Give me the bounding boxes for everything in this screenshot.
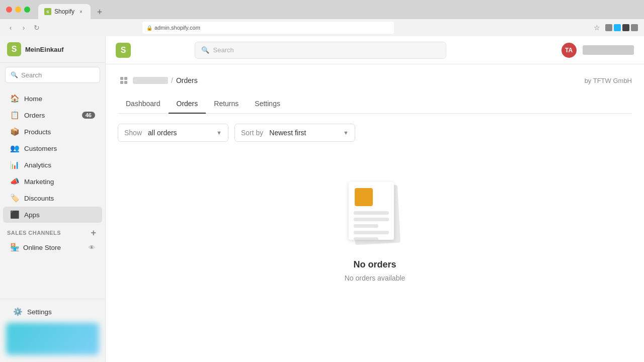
tab-favicon: S <box>44 8 51 15</box>
svg-rect-1 <box>124 77 127 80</box>
sidebar-item-apps[interactable]: ⬛ Apps <box>3 207 102 223</box>
top-search-placeholder: Search <box>213 46 234 54</box>
tab-orders[interactable]: Orders <box>169 95 206 114</box>
breadcrumb-store-blurred <box>133 77 168 84</box>
marketing-icon: 📣 <box>10 177 19 186</box>
sidebar-item-discounts[interactable]: 🏷️ Discounts <box>3 190 102 206</box>
page-tabs: Dashboard Orders Returns Settings <box>118 95 632 114</box>
orders-badge: 46 <box>82 112 95 119</box>
sidebar-search-container: 🔍 Search <box>0 63 105 87</box>
doc-line-2 <box>354 218 389 221</box>
apps-icon: ⬛ <box>10 210 19 219</box>
sidebar-item-marketing[interactable]: 📣 Marketing <box>3 173 102 190</box>
traffic-lights <box>6 7 30 13</box>
tab-close-button[interactable]: × <box>77 8 85 15</box>
sidebar-item-orders[interactable]: 📋 Orders 46 <box>3 107 102 123</box>
products-icon: 📦 <box>10 127 19 136</box>
svg-rect-2 <box>120 81 123 84</box>
customers-icon: 👥 <box>10 144 19 153</box>
top-right-area: TA Username Area <box>561 43 634 58</box>
new-tab-button[interactable]: + <box>93 5 107 19</box>
tab-title: Shopify <box>54 8 74 15</box>
user-avatar[interactable]: TA <box>561 43 577 58</box>
sidebar-item-customers[interactable]: 👥 Customers <box>3 140 102 156</box>
sidebar-item-label-orders: Orders <box>24 112 77 119</box>
browser-chrome: S Shopify × + ‹ › ↻ 🔒 admin.shopify.com … <box>0 0 644 36</box>
sidebar-header: S MeinEinkauf <box>0 36 105 63</box>
close-window-button[interactable] <box>6 7 12 13</box>
app-layout: S MeinEinkauf 🔍 Search 🏠 Home 📋 Orders 4… <box>0 36 644 362</box>
sales-channels-label: SALES CHANNELS <box>7 230 61 236</box>
sidebar-item-settings[interactable]: ⚙️ Settings <box>6 304 99 320</box>
tab-returns[interactable]: Returns <box>206 95 247 114</box>
visibility-icon[interactable]: 👁 <box>89 244 95 251</box>
top-bar: S 🔍 Search TA Username Area <box>106 36 644 64</box>
breadcrumb-by-text: by TFTW GmbH <box>585 77 632 84</box>
doc-line-5 <box>354 237 378 240</box>
bookmark-icon[interactable]: ☆ <box>592 23 601 32</box>
online-store-label: Online Store <box>23 244 85 251</box>
sidebar-item-label-discounts: Discounts <box>24 195 95 202</box>
sidebar-item-products[interactable]: 📦 Products <box>3 124 102 140</box>
sidebar-item-label-settings: Settings <box>27 308 92 316</box>
orders-icon: 📋 <box>10 111 19 120</box>
sidebar-item-label-products: Products <box>24 128 95 136</box>
sort-filter-value: Newest first <box>269 129 306 137</box>
grid-icon <box>118 74 130 86</box>
discounts-icon: 🏷️ <box>10 194 19 203</box>
add-sales-channel-button[interactable]: + <box>89 228 98 237</box>
empty-state-title: No orders <box>353 259 396 270</box>
page-content: / Orders by TFTW GmbH Dashboard Orders R… <box>106 64 644 362</box>
minimize-window-button[interactable] <box>15 7 21 13</box>
show-filter-select[interactable]: Show all orders ▼ <box>118 124 228 142</box>
doc-lines <box>354 211 389 240</box>
extension-icon-1[interactable] <box>605 24 612 31</box>
breadcrumb: / Orders <box>118 74 198 86</box>
extension-icon-4[interactable] <box>631 24 638 31</box>
main-content: S 🔍 Search TA Username Area <box>106 36 644 362</box>
sidebar-item-online-store[interactable]: 🏪 Online Store 👁 <box>3 240 102 255</box>
sidebar-item-label-apps: Apps <box>24 211 95 219</box>
doc-front <box>349 182 394 240</box>
extension-icon-2[interactable] <box>614 24 621 31</box>
maximize-window-button[interactable] <box>24 7 30 13</box>
top-search-icon: 🔍 <box>201 46 209 54</box>
sort-filter-select[interactable]: Sort by Newest first ▼ <box>234 124 355 142</box>
toolbar-right: ☆ <box>592 23 638 32</box>
back-button[interactable]: ‹ <box>6 23 15 32</box>
browser-tab-shopify[interactable]: S Shopify × <box>38 4 91 19</box>
address-bar[interactable]: 🔒 admin.shopify.com <box>142 22 394 34</box>
home-icon: 🏠 <box>10 94 19 103</box>
extension-icon-3[interactable] <box>622 24 629 31</box>
url-text: admin.shopify.com <box>154 25 200 31</box>
sidebar-footer: ⚙️ Settings <box>0 299 105 362</box>
sidebar-search-icon: 🔍 <box>11 71 18 78</box>
online-store-icon: 🏪 <box>10 243 19 252</box>
tab-settings[interactable]: Settings <box>247 95 288 114</box>
doc-orange-square <box>355 188 373 206</box>
sidebar-item-label-customers: Customers <box>24 145 95 152</box>
store-name-label: MeinEinkauf <box>25 46 64 53</box>
tab-dashboard[interactable]: Dashboard <box>118 95 169 114</box>
doc-line-4 <box>354 231 389 234</box>
sidebar-item-label-home: Home <box>24 95 95 103</box>
breadcrumb-current: Orders <box>176 76 198 84</box>
show-filter-label: Show <box>124 129 142 137</box>
sidebar-item-home[interactable]: 🏠 Home <box>3 90 102 107</box>
empty-state: No orders No orders available <box>118 152 632 312</box>
svg-rect-0 <box>120 77 123 80</box>
sidebar-item-analytics[interactable]: 📊 Analytics <box>3 157 102 173</box>
sidebar-search-bar[interactable]: 🔍 Search <box>5 67 100 83</box>
sidebar-search-placeholder: Search <box>21 71 42 79</box>
show-filter-value: all orders <box>148 129 177 137</box>
doc-line-1 <box>354 211 389 215</box>
refresh-button[interactable]: ↻ <box>32 23 41 32</box>
top-search-bar[interactable]: 🔍 Search <box>195 42 446 59</box>
forward-button[interactable]: › <box>19 23 28 32</box>
filters-bar: Show all orders ▼ Sort by Newest first ▼ <box>118 124 632 142</box>
sort-filter-label: Sort by <box>241 129 263 137</box>
user-name-text: Username Area <box>583 45 634 55</box>
breadcrumb-separator: / <box>171 76 173 84</box>
sidebar-nav: 🏠 Home 📋 Orders 46 📦 Products 👥 Customer… <box>0 87 105 299</box>
browser-titlebar: S Shopify × + <box>0 0 644 19</box>
